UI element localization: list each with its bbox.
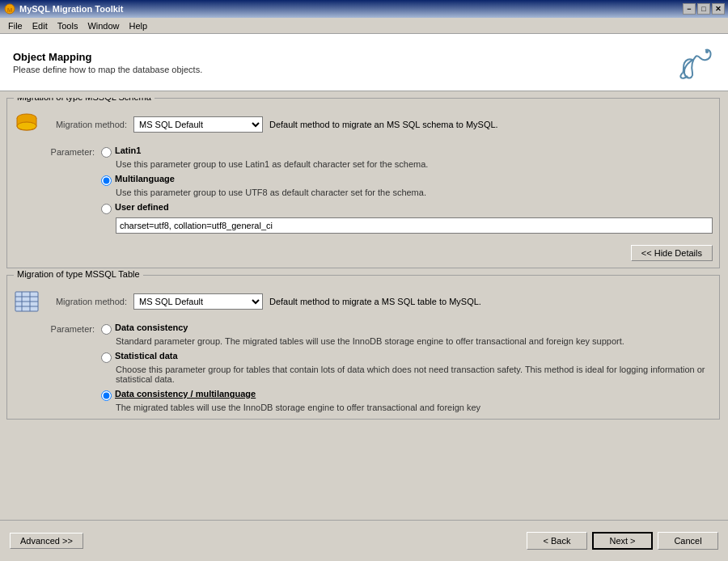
table-param-options: Data consistency Standard parameter grou… [101,323,713,412]
table-method-label: Migration method: [46,297,127,306]
table-icon [14,289,40,314]
menu-window[interactable]: Window [83,19,124,32]
cancel-button[interactable]: Cancel [658,532,718,550]
hide-details-container: << Hide Details [101,245,713,261]
schema-radio-user-defined[interactable]: User defined [101,202,713,214]
menu-edit[interactable]: Edit [28,19,53,32]
schema-param-label: Parameter: [14,146,95,261]
schema-param-row: Parameter: Latin1 Use this parameter gro… [14,146,713,261]
table-option-multilanguage: Data consistency / multilanguage The mig… [101,389,713,412]
minimize-button[interactable]: − [683,3,696,15]
svg-text:M: M [7,6,13,14]
app-icon: M [3,2,16,15]
back-button[interactable]: < Back [527,532,587,550]
footer: Advanced >> < Back Next > Cancel [0,520,728,560]
schema-user-defined-input[interactable] [116,217,713,234]
window-title: MySQL Migration Toolkit [19,4,679,14]
table-option-data-consistency: Data consistency Standard parameter grou… [101,323,713,346]
table-radio-data-consistency[interactable]: Data consistency [101,323,713,335]
table-param-label: Parameter: [14,323,95,412]
schema-multilanguage-desc: Use this parameter group to use UTF8 as … [116,188,713,197]
schema-group-legend: Migration of type MSSQL Schema [14,98,154,102]
close-button[interactable]: ✕ [712,3,725,15]
scroll-area[interactable]: Migration of type MSSQL Schema Migration… [6,98,722,513]
table-radio-statistical[interactable]: Statistical data [101,351,713,363]
table-method-select[interactable]: MS SQL Default [133,293,263,310]
table-multilanguage-label: Data consistency / multilanguage [115,389,256,399]
schema-option-user-defined: User defined [101,202,713,234]
page-title: Object Mapping [13,51,202,63]
menu-bar: File Edit Tools Window Help [0,18,728,34]
hide-details-button[interactable]: << Hide Details [631,245,713,261]
footer-right-buttons: < Back Next > Cancel [527,532,718,550]
svg-point-4 [17,122,36,130]
maximize-button[interactable]: □ [697,3,710,15]
schema-radio-latin1[interactable]: Latin1 [101,146,713,158]
schema-radio-multilanguage[interactable]: Multilanguage [101,174,713,186]
schema-method-label: Migration method: [46,120,127,129]
table-statistical-label: Statistical data [115,351,178,361]
menu-file[interactable]: File [3,19,28,32]
table-multilanguage-desc: The migrated tables will use the InnoDB … [116,403,713,412]
table-radio-multilanguage[interactable]: Data consistency / multilanguage [101,389,713,401]
schema-group: Migration of type MSSQL Schema Migration… [6,98,720,268]
main-content: Migration of type MSSQL Schema Migration… [0,91,728,520]
schema-latin1-label: Latin1 [115,146,141,155]
table-param-row: Parameter: Data consistency Standard par… [14,323,713,412]
menu-tools[interactable]: Tools [53,19,83,32]
svg-point-2 [705,50,709,53]
table-group-legend: Migration of type MSSQL Table [14,269,143,279]
next-button[interactable]: Next > [592,532,653,550]
schema-user-defined-label: User defined [115,202,169,212]
menu-help[interactable]: Help [125,19,153,32]
schema-method-select[interactable]: MS SQL Default [133,116,263,133]
table-data-consistency-label: Data consistency [115,323,188,332]
mysql-logo [675,42,715,82]
title-bar: M MySQL Migration Toolkit − □ ✕ [0,0,728,18]
schema-method-row: Migration method: MS SQL Default Default… [14,112,713,137]
table-group: Migration of type MSSQL Table [6,275,720,420]
page-subtitle: Please define how to map the database ob… [13,65,202,74]
schema-latin1-desc: Use this parameter group to use Latin1 a… [116,159,713,169]
header-panel: Object Mapping Please define how to map … [0,34,728,91]
schema-method-desc: Default method to migrate an MS SQL sche… [269,120,498,129]
table-statistical-desc: Choose this parameter group for tables t… [116,365,713,384]
table-method-row: Migration method: MS SQL Default Default… [14,289,713,314]
advanced-button[interactable]: Advanced >> [10,533,83,549]
table-data-consistency-desc: Standard parameter group. The migrated t… [116,336,713,346]
window-controls: − □ ✕ [683,3,725,15]
table-method-desc: Default method to migrate a MS SQL table… [269,297,481,306]
schema-option-multilanguage: Multilanguage Use this parameter group t… [101,174,713,197]
schema-option-latin1: Latin1 Use this parameter group to use L… [101,146,713,169]
schema-param-options: Latin1 Use this parameter group to use L… [101,146,713,261]
schema-icon [14,112,40,137]
table-option-statistical: Statistical data Choose this parameter g… [101,351,713,384]
schema-multilanguage-label: Multilanguage [115,174,175,183]
